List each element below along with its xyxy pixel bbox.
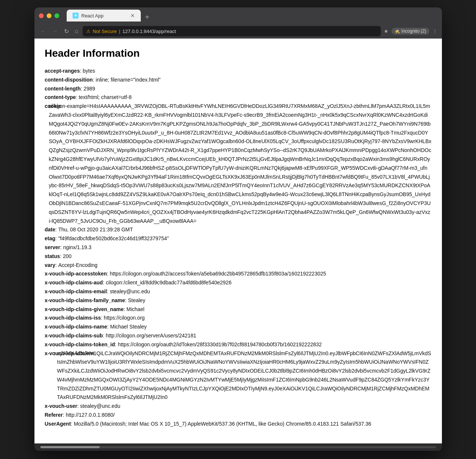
browser-window: ⚛ React App ✕ + ← → ↻ ⌂ ⚠ Not Secure | 1… — [34, 7, 442, 451]
tab-favicon: ⚛ — [73, 13, 79, 19]
header-key: x-vouch-idp-claims-email — [45, 287, 107, 296]
header-separator: : — [80, 67, 81, 76]
table-row: cookie : cilogon-example=H4sIAAAAAAAAA_3… — [45, 102, 432, 225]
forward-button[interactable]: → — [51, 26, 60, 36]
header-key: x-vouch-idp-claims-iss — [45, 314, 101, 323]
table-row: server : nginx/1.19.3 — [45, 243, 432, 252]
header-separator: : — [77, 402, 79, 411]
table-row: x-vouch-idp-claims-family_name : Stealey — [45, 296, 432, 305]
header-value: https://cilogon.org/oauth2/accessToken/a… — [110, 270, 326, 278]
bookmark-icon[interactable]: ★ — [384, 28, 389, 34]
header-separator: : — [71, 420, 72, 429]
header-value: cilogon-example=H4sIAAAAAAAAA_3RVWZOjOBL… — [49, 102, 432, 225]
header-value: Michael — [127, 305, 144, 314]
table-row: content-length : 2989 — [45, 85, 432, 93]
page-title: Header Information — [45, 47, 432, 59]
header-value: "f49fdacdbcfdbe502bd6ce32c46d19ff3237975… — [58, 234, 169, 243]
security-label: Not Secure — [93, 29, 117, 34]
header-value: https://cilogon.org — [104, 314, 145, 323]
table-row: vary : Accept-Encoding — [45, 261, 432, 270]
header-separator: : — [107, 323, 109, 331]
table-row: x-vouch-idp-claims-given_name : Michael — [45, 305, 432, 314]
header-key: x-vouch-idp-claims-sub — [45, 331, 103, 340]
header-key: x-vouch-idp-claims-family_name — [45, 296, 125, 305]
header-key: accept-ranges — [45, 67, 80, 76]
table-row: x-vouch-idp-claims-aud : cilogon:/client… — [45, 278, 432, 287]
table-row: x-vouch-idp-claims-email : stealey@unc.e… — [45, 287, 432, 296]
header-value: bytes — [83, 67, 95, 76]
header-value: nginx/1.19.3 — [63, 243, 91, 252]
scrollbar-track[interactable] — [40, 446, 436, 448]
header-separator: : — [103, 331, 104, 340]
header-separator: : — [54, 349, 56, 402]
address-bar: ← → ↻ ⌂ ⚠ Not Secure | 127.0.0.1:8443/ap… — [34, 24, 442, 39]
header-separator: : — [46, 102, 47, 225]
incognito-icon: 🕵 — [395, 29, 400, 34]
table-row: content-type : text/html; charset=utf-8 — [45, 93, 432, 102]
minimize-button[interactable] — [47, 13, 51, 18]
table-row: date : Thu, 08 Oct 2020 21:39:28 GMT — [45, 225, 432, 234]
header-separator: : — [107, 270, 109, 278]
back-button[interactable]: ← — [39, 26, 48, 36]
tab-title: React App — [81, 13, 104, 19]
home-button[interactable]: ⌂ — [73, 26, 80, 36]
header-key: x-vouch-idp-claims-aud — [45, 278, 103, 287]
menu-icon[interactable]: ⋮ — [432, 28, 437, 34]
table-row: x-vouch-idp-claims-iss : https://cilogon… — [45, 314, 432, 323]
header-key: vary — [45, 261, 56, 270]
table-row: Referer : http://127.0.0.1:8080/ — [45, 411, 432, 420]
header-value: stealey@unc.edu — [80, 402, 120, 411]
header-separator: : — [101, 314, 102, 323]
maximize-button[interactable] — [54, 13, 59, 18]
bottom-bar — [34, 443, 442, 451]
header-separator: : — [76, 93, 77, 102]
table-row: accept-ranges : bytes — [45, 67, 432, 76]
header-key: Referer — [45, 411, 63, 420]
header-separator: : — [63, 411, 64, 420]
header-separator: : — [60, 252, 61, 261]
reload-button[interactable]: ↻ — [63, 26, 70, 36]
header-key: date — [45, 225, 56, 234]
title-bar: ⚛ React App ✕ + — [34, 7, 442, 24]
header-separator: : — [103, 278, 104, 287]
header-key: x-vouch-idp-claims-token_id — [45, 340, 115, 349]
tab-close-button[interactable]: ✕ — [130, 13, 135, 19]
header-value: https://cilogon.org/oauth2/idToken/28f33… — [118, 340, 322, 349]
header-separator: : — [115, 340, 116, 349]
header-key: content-disposition — [45, 76, 93, 85]
header-separator: : — [93, 76, 94, 85]
header-separator: : — [125, 296, 127, 305]
header-separator: : — [55, 225, 57, 234]
header-value: http://127.0.0.1:8080/ — [66, 411, 114, 420]
table-row: status : 200 — [45, 252, 432, 261]
header-table: accept-ranges : bytescontent-disposition… — [45, 67, 432, 429]
header-key: x-vouch-idp-claims-name — [45, 323, 107, 331]
header-key: content-length — [45, 85, 81, 93]
url-display: 127.0.0.1:8443/app/react — [123, 29, 176, 34]
url-bar[interactable]: ⚠ Not Secure | 127.0.0.1:8443/app/react — [83, 26, 381, 36]
header-value: Stealey — [128, 296, 145, 305]
header-separator: : — [60, 243, 62, 252]
new-tab-button[interactable]: + — [142, 13, 153, 22]
table-row: x-vouch-idp-idtoken : eyJ0eXAiOiJKV1QiLC… — [45, 349, 432, 402]
traffic-lights — [39, 13, 59, 18]
header-separator: : — [107, 287, 109, 296]
header-key: etag — [45, 234, 56, 243]
header-key: content-type — [45, 93, 76, 102]
scrollbar-thumb[interactable] — [40, 446, 100, 448]
active-tab[interactable]: ⚛ React App ✕ — [67, 10, 141, 22]
header-separator: : — [81, 85, 82, 93]
header-value: text/html; charset=utf-8 — [79, 93, 132, 102]
incognito-badge: 🕵 Incognito (2) — [392, 28, 429, 34]
header-value: inline; filename="index.html" — [96, 76, 160, 85]
close-button[interactable] — [39, 13, 44, 18]
table-row: x-vouch-user : stealey@unc.edu — [45, 402, 432, 411]
header-value: Thu, 08 Oct 2020 21:39:28 GMT — [58, 225, 133, 234]
url-separator: | — [119, 29, 120, 34]
page-content: Header Information accept-ranges : bytes… — [34, 39, 442, 443]
header-value: cilogon:/client_id/8dd9c9dbadc77a4fd6bd8… — [106, 278, 232, 287]
header-value: Accept-Encoding — [58, 261, 97, 270]
table-row: x-vouch-idp-claims-token_id : https://ci… — [45, 340, 432, 349]
address-actions: ★ 🕵 Incognito (2) ⋮ — [384, 28, 437, 34]
table-row: UserAgent : Mozilla/5.0 (Macintosh; Inte… — [45, 420, 432, 429]
